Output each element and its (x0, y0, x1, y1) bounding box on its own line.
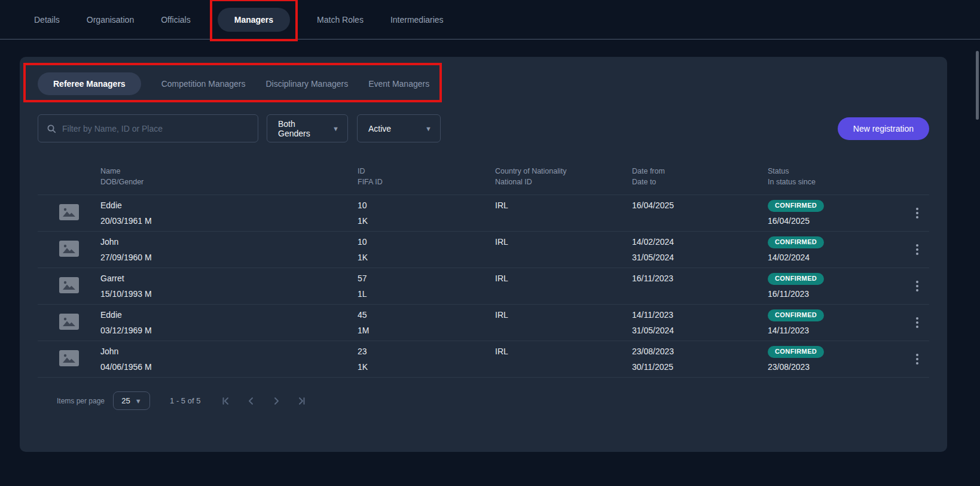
name-cell: John 04/06/1956 M (100, 344, 358, 375)
new-registration-button[interactable]: New registration (838, 117, 929, 140)
header-country: Country of NationalityNational ID (495, 166, 632, 187)
date-from: 14/02/2024 (632, 234, 768, 250)
chevron-down-icon: ▼ (425, 125, 432, 132)
name-cell: Garret 15/10/1993 M (100, 271, 358, 302)
annotation-box-subtabs: Referee Managers Competition Managers Di… (38, 72, 429, 95)
id-cell: 10 1K (358, 198, 495, 229)
name-cell: Eddie 03/12/1969 M (100, 307, 358, 338)
tab-officials[interactable]: Officials (161, 15, 191, 25)
avatar (38, 277, 100, 296)
last-page-icon[interactable] (294, 393, 309, 409)
row-menu-kebab-icon[interactable] (911, 350, 923, 368)
status-badge: CONFIRMED (768, 346, 824, 358)
header-spacer (38, 166, 100, 187)
status-cell: CONFIRMED 14/02/2024 (768, 234, 905, 265)
previous-page-icon[interactable] (243, 393, 259, 409)
table-row[interactable]: John 27/09/1960 M 10 1K IRL 14/02/2024 3… (38, 231, 929, 268)
in-status-since: 23/08/2023 (768, 359, 905, 375)
manager-id: 57 (358, 271, 495, 286)
date-from: 23/08/2023 (632, 344, 768, 359)
tab-organisation[interactable]: Organisation (87, 15, 134, 25)
id-cell: 57 1L (358, 271, 495, 302)
manager-dob-gender: 03/12/1969 M (100, 323, 358, 338)
date-from: 16/11/2023 (632, 271, 768, 286)
row-menu-kebab-icon[interactable] (911, 314, 923, 332)
status-select-value: Active (368, 124, 391, 133)
table-row[interactable]: Eddie 20/03/1961 M 10 1K IRL 16/04/2025 … (38, 195, 929, 231)
vertical-scrollbar[interactable] (976, 51, 979, 120)
tab-match-roles[interactable]: Match Roles (317, 15, 364, 25)
tab-details[interactable]: Details (34, 15, 60, 25)
pager-buttons (218, 393, 309, 409)
subtab-referee-managers[interactable]: Referee Managers (38, 72, 141, 95)
header-dates: Date fromDate to (632, 166, 768, 187)
row-menu-kebab-icon[interactable] (911, 241, 923, 259)
subtab-disciplinary-managers[interactable]: Disciplinary Managers (265, 79, 348, 89)
avatar (38, 241, 100, 259)
country-cell: IRL (495, 307, 632, 338)
status-select[interactable]: Active ▼ (357, 114, 441, 142)
national-id (495, 213, 632, 229)
table-row[interactable]: John 04/06/1956 M 23 1K IRL 23/08/2023 3… (38, 341, 929, 377)
avatar (38, 314, 100, 332)
header-name: NameDOB/Gender (100, 166, 358, 187)
country-of-nationality: IRL (495, 198, 632, 213)
table-rows: Eddie 20/03/1961 M 10 1K IRL 16/04/2025 … (38, 195, 929, 378)
manager-dob-gender: 15/10/1993 M (100, 286, 358, 302)
dates-cell: 14/02/2024 31/05/2024 (632, 234, 768, 265)
top-nav: Details Organisation Officials Managers … (0, 0, 980, 40)
table-row[interactable]: Garret 15/10/1993 M 57 1L IRL 16/11/2023… (38, 268, 929, 304)
country-cell: IRL (495, 198, 632, 229)
country-of-nationality: IRL (495, 307, 632, 323)
name-cell: John 27/09/1960 M (100, 234, 358, 265)
subtab-competition-managers[interactable]: Competition Managers (161, 79, 246, 89)
first-page-icon[interactable] (218, 393, 234, 409)
in-status-since: 14/02/2024 (768, 250, 905, 265)
chevron-down-icon: ▼ (135, 397, 142, 405)
avatar (38, 350, 100, 369)
status-cell: CONFIRMED 14/11/2023 (768, 307, 905, 338)
gender-select[interactable]: Both Genders ▼ (267, 114, 348, 142)
table-row[interactable]: Eddie 03/12/1969 M 45 1M IRL 14/11/2023 … (38, 304, 929, 341)
image-placeholder-icon (59, 314, 79, 330)
header-actions-spacer (905, 166, 929, 187)
manager-fifa-id: 1L (358, 286, 495, 302)
annotation-box-managers-tab: Managers (218, 8, 290, 32)
search-input[interactable] (62, 124, 249, 133)
image-placeholder-icon (59, 241, 79, 257)
manager-id: 10 (358, 234, 495, 250)
date-to: 30/11/2025 (632, 359, 768, 375)
id-cell: 10 1K (358, 234, 495, 265)
dates-cell: 16/11/2023 (632, 271, 768, 302)
manager-fifa-id: 1K (358, 213, 495, 229)
image-placeholder-icon (59, 350, 79, 366)
status-badge: CONFIRMED (768, 236, 824, 248)
tab-managers[interactable]: Managers (218, 8, 290, 32)
national-id (495, 323, 632, 338)
pagination-range: 1 - 5 of 5 (170, 396, 200, 405)
status-badge: CONFIRMED (768, 200, 824, 212)
managers-table: NameDOB/Gender IDFIFA ID Country of Nati… (38, 142, 929, 378)
image-placeholder-icon (59, 277, 79, 293)
country-cell: IRL (495, 344, 632, 375)
status-cell: CONFIRMED 16/11/2023 (768, 271, 905, 302)
date-to: 31/05/2024 (632, 250, 768, 265)
row-menu-kebab-icon[interactable] (911, 204, 923, 222)
manager-name: John (100, 234, 358, 250)
manager-name: Garret (100, 271, 358, 286)
gender-select-value: Both Genders (278, 119, 326, 138)
manager-fifa-id: 1M (358, 323, 495, 338)
subtab-event-managers[interactable]: Event Managers (368, 79, 429, 89)
row-menu-kebab-icon[interactable] (911, 277, 923, 295)
dates-cell: 16/04/2025 (632, 198, 768, 229)
manager-id: 23 (358, 344, 495, 359)
manager-id: 45 (358, 307, 495, 323)
items-per-page-select[interactable]: 25 ▼ (113, 391, 150, 410)
subtabs-row: Referee Managers Competition Managers Di… (20, 57, 947, 95)
tab-intermediaries[interactable]: Intermediaries (390, 15, 444, 25)
manager-dob-gender: 27/09/1960 M (100, 250, 358, 265)
pagination-bar: Items per page 25 ▼ 1 - 5 of 5 (38, 378, 929, 410)
next-page-icon[interactable] (268, 393, 284, 409)
status-cell: CONFIRMED 23/08/2023 (768, 344, 905, 375)
status-badge: CONFIRMED (768, 309, 824, 321)
